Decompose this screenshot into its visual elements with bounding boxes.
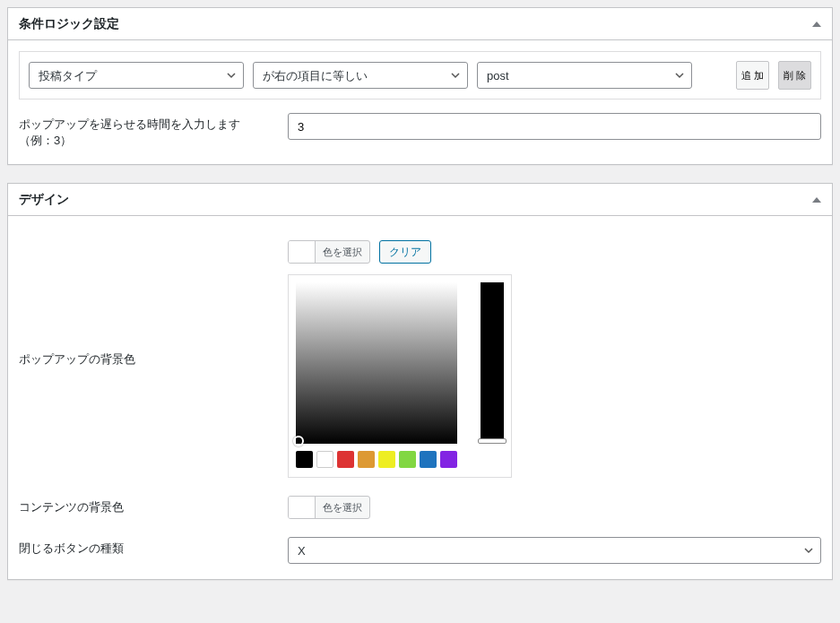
logic-operator-select[interactable]: が右の項目に等しい (253, 62, 468, 89)
delay-control (288, 113, 821, 140)
content-bg-label: コンテンツの背景色 (19, 496, 270, 515)
popup-bg-control: 色を選択 クリア (288, 240, 821, 478)
clear-color-button[interactable]: クリア (379, 240, 431, 264)
content-bg-color-button[interactable]: 色を選択 (288, 496, 370, 519)
color-saturation-square[interactable] (296, 282, 457, 444)
close-button-type-label: 閉じるボタンの種類 (19, 537, 270, 557)
hue-strip-handle[interactable] (478, 438, 507, 444)
operator-select-wrap: が右の項目に等しい (253, 62, 468, 89)
content-bg-control: 色を選択 (288, 496, 821, 519)
palette-swatch[interactable] (296, 451, 313, 468)
condition-logic-body: 投稿タイプ が右の項目に等しい post (8, 40, 832, 164)
collapse-triangle-icon[interactable] (812, 197, 821, 203)
palette-swatch[interactable] (337, 451, 354, 468)
popup-bg-label: ポップアップの背景色 (19, 351, 270, 368)
palette-swatch[interactable] (420, 451, 437, 468)
color-indicator-handle[interactable] (293, 436, 304, 446)
add-rule-button[interactable]: 追 加 (736, 61, 769, 90)
close-button-type-row: 閉じるボタンの種類 X (19, 523, 821, 568)
popup-bg-color-button[interactable]: 色を選択 (288, 240, 370, 264)
palette-swatch[interactable] (378, 451, 395, 468)
close-button-type-select[interactable]: X (288, 537, 821, 564)
logic-rule-row: 投稿タイプ が右の項目に等しい post (19, 51, 821, 100)
color-swatch-preview (289, 241, 316, 263)
condition-logic-box: 条件ロジック設定 投稿タイプ が右の項目に等しい (7, 7, 833, 165)
design-box: デザイン ポップアップの背景色 色を選択 クリア (7, 183, 833, 580)
palette-swatch[interactable] (358, 451, 375, 468)
design-body: ポップアップの背景色 色を選択 クリア (8, 216, 832, 579)
palette-swatch[interactable] (316, 451, 333, 468)
delay-field-row: ポップアップを遅らせる時間を入力します（例：3） (19, 100, 821, 153)
color-palette-row (296, 444, 504, 468)
palette-swatch[interactable] (399, 451, 416, 468)
logic-value-select[interactable]: post (477, 62, 692, 89)
content-bg-row: コンテンツの背景色 色を選択 (19, 482, 821, 523)
close-button-type-control: X (288, 537, 821, 564)
close-button-select-wrap: X (288, 537, 821, 564)
delay-label: ポップアップを遅らせる時間を入力します（例：3） (19, 113, 270, 149)
design-title: デザイン (19, 192, 812, 208)
delay-input[interactable] (288, 113, 821, 140)
select-color-label: 色を選択 (316, 497, 369, 518)
condition-logic-title: 条件ロジック設定 (19, 16, 812, 32)
palette-swatch[interactable] (440, 451, 457, 468)
select-color-label: 色を選択 (316, 241, 369, 263)
value-select-wrap: post (477, 62, 692, 89)
color-swatch-preview (289, 497, 316, 518)
color-hue-strip[interactable] (481, 282, 504, 444)
design-header[interactable]: デザイン (8, 184, 832, 216)
delete-rule-button[interactable]: 削 除 (778, 61, 811, 90)
logic-field-select[interactable]: 投稿タイプ (29, 62, 244, 89)
color-picker-panel (288, 274, 512, 478)
collapse-triangle-icon[interactable] (812, 22, 821, 27)
condition-logic-header[interactable]: 条件ロジック設定 (8, 8, 832, 40)
field-select-wrap: 投稿タイプ (29, 62, 244, 89)
popup-bg-row: ポップアップの背景色 色を選択 クリア (19, 227, 821, 482)
